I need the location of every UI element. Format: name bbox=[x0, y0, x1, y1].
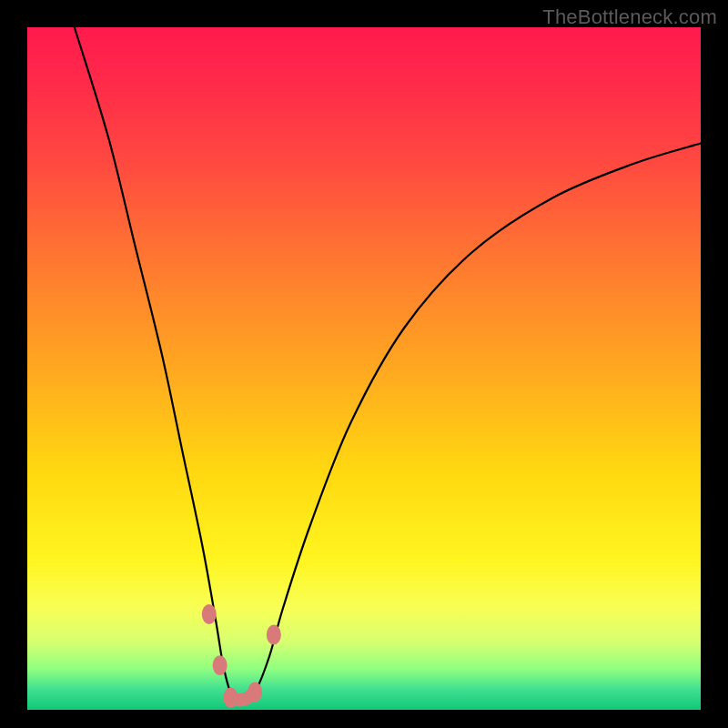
watermark-label: TheBottleneck.com bbox=[542, 5, 717, 29]
right-dot-marker bbox=[267, 625, 281, 645]
min-left-marker bbox=[223, 688, 238, 708]
left-bottom-marker bbox=[213, 655, 228, 675]
chart-frame: TheBottleneck.com bbox=[0, 0, 728, 728]
left-top-marker bbox=[202, 604, 217, 624]
chart-svg bbox=[27, 27, 701, 710]
bottleneck-curve bbox=[75, 27, 701, 704]
min-right-marker bbox=[248, 682, 262, 703]
plot-area bbox=[27, 27, 701, 710]
